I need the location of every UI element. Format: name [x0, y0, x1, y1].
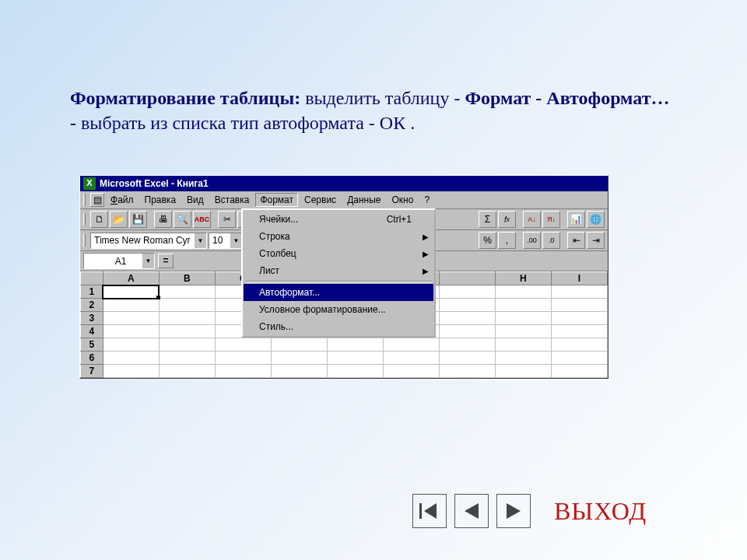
cell[interactable]	[439, 365, 495, 378]
menu-item-autoformat[interactable]: Автоформат...	[244, 284, 433, 301]
name-box[interactable]: A1 ▼	[83, 253, 155, 269]
cell[interactable]	[383, 352, 439, 365]
cell[interactable]	[159, 299, 215, 312]
menu-data[interactable]: Данные	[342, 193, 385, 207]
menu-help[interactable]: ?	[419, 193, 434, 207]
menu-file[interactable]: Файл	[106, 193, 139, 207]
menu-item-style[interactable]: Стиль...	[244, 318, 433, 335]
save-button[interactable]: 💾	[129, 211, 147, 228]
cell[interactable]	[103, 299, 159, 312]
cell[interactable]	[103, 325, 159, 338]
cell[interactable]	[215, 352, 271, 365]
cell[interactable]	[551, 312, 607, 325]
cell[interactable]	[495, 338, 551, 352]
cell[interactable]	[495, 299, 551, 312]
cell[interactable]	[551, 338, 607, 352]
cell[interactable]	[215, 365, 271, 378]
cell[interactable]	[271, 365, 327, 378]
menu-item-column[interactable]: Столбец ▶	[244, 245, 433, 262]
row-header[interactable]: 6	[81, 352, 103, 365]
chevron-down-icon[interactable]: ▼	[230, 233, 242, 248]
cell[interactable]	[327, 365, 383, 378]
titlebar[interactable]: X Microsoft Excel - Книга1	[80, 176, 608, 191]
cell[interactable]	[439, 325, 495, 338]
cell[interactable]	[495, 352, 551, 365]
cell[interactable]	[159, 338, 215, 352]
row-header[interactable]: 4	[81, 325, 103, 338]
menu-window[interactable]: Окно	[387, 193, 418, 207]
menu-format[interactable]: Формат	[255, 193, 298, 207]
chevron-down-icon[interactable]: ▼	[142, 254, 154, 268]
new-button[interactable]: 🗋	[90, 211, 108, 228]
menu-item-sheet[interactable]: Лист ▶	[244, 262, 433, 279]
cell[interactable]	[327, 338, 383, 352]
cell[interactable]	[439, 352, 495, 365]
cell[interactable]	[327, 352, 383, 365]
cell[interactable]	[383, 365, 439, 378]
font-combo[interactable]: Times New Roman Cyr ▼	[90, 233, 207, 249]
function-button[interactable]: fx	[498, 211, 516, 228]
cell[interactable]	[159, 352, 215, 365]
print-button[interactable]: 🖶	[154, 211, 172, 228]
row-header[interactable]: 2	[81, 299, 103, 312]
spellcheck-button[interactable]: ABC	[193, 211, 211, 228]
menu-service[interactable]: Сервис	[300, 193, 341, 207]
menu-view[interactable]: Вид	[182, 193, 209, 207]
nav-first-button[interactable]	[412, 494, 447, 528]
cell[interactable]	[495, 312, 551, 325]
cell[interactable]	[103, 312, 159, 325]
cell[interactable]	[215, 338, 271, 352]
cell[interactable]	[103, 338, 159, 352]
exit-link[interactable]: ВЫХОД	[554, 497, 647, 526]
decrease-indent-button[interactable]: ⇤	[567, 232, 585, 249]
cell[interactable]	[495, 325, 551, 338]
print-preview-button[interactable]: 🔍	[174, 211, 191, 228]
col-header[interactable]: B	[159, 272, 215, 285]
cell[interactable]	[495, 365, 551, 378]
row-header[interactable]: 3	[81, 312, 103, 325]
chevron-down-icon[interactable]: ▼	[194, 233, 206, 248]
menu-item-row[interactable]: Строка ▶	[244, 228, 433, 245]
cell[interactable]	[551, 365, 607, 378]
col-header[interactable]	[439, 272, 495, 285]
cell[interactable]	[551, 352, 607, 365]
cell-a1[interactable]	[103, 285, 159, 299]
cell[interactable]	[159, 365, 215, 378]
nav-next-button[interactable]	[496, 494, 531, 528]
cut-button[interactable]: ✂	[218, 211, 236, 228]
open-button[interactable]: 📂	[110, 211, 128, 228]
cell[interactable]	[551, 325, 607, 338]
row-header[interactable]: 1	[81, 285, 103, 299]
cell[interactable]	[439, 312, 495, 325]
menu-insert[interactable]: Вставка	[210, 193, 254, 207]
percent-button[interactable]: %	[479, 232, 496, 249]
cell[interactable]	[103, 352, 159, 365]
cell[interactable]	[103, 365, 159, 378]
cell[interactable]	[271, 338, 327, 352]
cell[interactable]	[495, 285, 551, 299]
menu-item-conditional-format[interactable]: Условное форматирование...	[244, 301, 433, 318]
decrease-decimal-button[interactable]: .0	[542, 232, 560, 249]
menu-item-cells[interactable]: Ячейки... Ctrl+1	[244, 211, 433, 228]
cell[interactable]	[159, 312, 215, 325]
sort-asc-button[interactable]: А↓	[523, 211, 541, 228]
col-header[interactable]: H	[495, 272, 551, 285]
equals-button[interactable]: =	[158, 254, 174, 268]
cell[interactable]	[159, 325, 215, 338]
chart-button[interactable]: 📊	[567, 211, 585, 228]
autosum-button[interactable]: Σ	[479, 211, 496, 228]
row-header[interactable]: 5	[81, 338, 103, 352]
increase-decimal-button[interactable]: .00	[523, 232, 541, 249]
increase-indent-button[interactable]: ⇥	[587, 232, 605, 249]
comma-button[interactable]: ,	[498, 232, 516, 249]
sort-desc-button[interactable]: Я↓	[542, 211, 560, 228]
row-header[interactable]: 7	[81, 365, 103, 378]
map-button[interactable]: 🌐	[587, 211, 605, 228]
cell[interactable]	[383, 338, 439, 352]
cell[interactable]	[159, 285, 215, 299]
cell[interactable]	[551, 299, 607, 312]
col-header[interactable]: I	[551, 272, 607, 285]
font-size-combo[interactable]: 10 ▼	[209, 233, 243, 249]
cell[interactable]	[439, 338, 495, 352]
cell[interactable]	[439, 285, 495, 299]
